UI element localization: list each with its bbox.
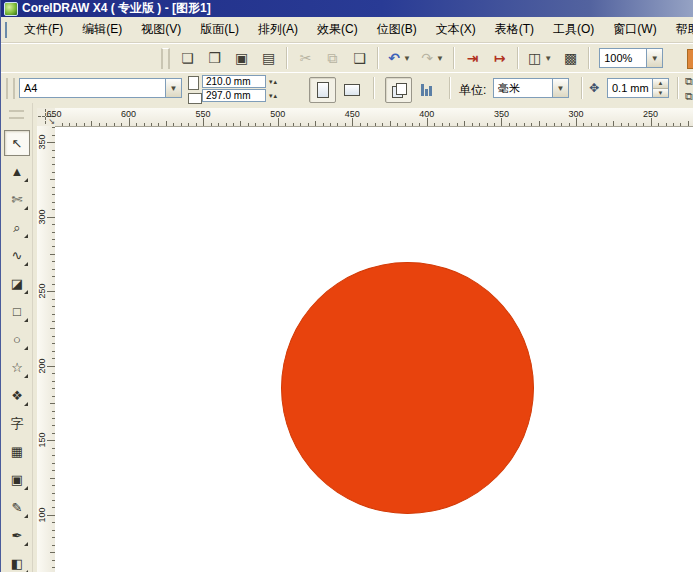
menu-item[interactable]: 编辑(E) [77,17,127,42]
dropdown-arrow-icon[interactable]: ▼ [403,54,411,63]
title-bar[interactable]: CorelDRAW X4 ( 专业版 ) - [图形1] [1,0,693,17]
save-icon[interactable]: ▣ ▼ [229,46,254,70]
partial-toolbar-button[interactable] [687,49,693,69]
height-spinner[interactable]: ▾▴ [269,92,278,100]
zoom-level-combo[interactable]: 100% ▼ [599,48,663,68]
ruler-tick [628,123,629,126]
document-window-icon[interactable] [5,22,7,38]
dropdown-arrow-icon[interactable]: ▼ [436,54,444,63]
shape-tool[interactable]: ▲ [4,158,30,184]
horizontal-ruler[interactable]: 650600550500450400350300250 [55,108,693,127]
paper-width-field[interactable]: 210.0 mm [202,75,266,88]
app-launcher-icon[interactable]: ◫ ▼ [524,46,556,70]
toolbox: ↖ ▲ ✄ ⌕ ∿ [1,103,33,572]
ruler-tick [606,123,607,126]
interactive-blend-tool[interactable]: ▣ [4,466,30,492]
vertical-ruler[interactable]: 350300250200150100 [37,126,56,572]
pick-tool[interactable]: ↖ [4,130,30,156]
ruler-tick [583,123,584,126]
chevron-down-icon[interactable]: ▼ [646,49,662,67]
nudge-spinner[interactable]: ▲▼ [652,79,668,97]
menu-item[interactable]: 版面(L) [195,17,244,42]
toolbox-grip[interactable] [9,110,24,119]
paper-size-combo[interactable]: A4 ▼ [19,78,182,98]
separator: ▼ [517,47,519,69]
ruler-tick [99,123,100,126]
menu-item[interactable]: 位图(B) [372,17,422,42]
ruler-tick [554,123,555,126]
dropdown-arrow-icon[interactable]: ▼ [544,54,552,63]
menu-item[interactable]: 帮助(H) [671,17,693,42]
menu-item[interactable]: 工具(O) [548,17,599,42]
ruler-label: 250 [643,109,658,119]
outline-pen-tool[interactable]: ✒ [4,522,30,548]
coreldraw-window: CorelDRAW X4 ( 专业版 ) - [图形1] 文件(F) 编辑(E)… [0,0,693,572]
welcome-screen-icon[interactable]: ▩ ▼ [558,46,583,70]
menu-item[interactable]: 视图(V) [136,17,186,42]
ruler-tick [203,118,204,126]
undo-icon[interactable]: ↶ ▼ [384,46,415,70]
nudge-offset-field[interactable]: 0.1 mm ▲▼ [607,78,669,98]
text-tool[interactable]: 字 [4,410,30,436]
redo-icon[interactable]: ↷ ▼ [417,46,448,70]
property-bar-grip[interactable] [6,78,15,99]
menu-item[interactable]: 排列(A) [253,17,303,42]
zoom-tool[interactable]: ⌕ [4,214,30,240]
ruler-tick [84,123,85,126]
paper-height-field[interactable]: 297.0 mm [202,89,266,102]
menu-item[interactable]: 文本(X) [431,17,481,42]
paste-icon[interactable]: ❑ ▼ [347,46,372,70]
drawing-canvas[interactable] [55,126,693,572]
import-icon[interactable]: ⇥ ▼ [460,46,485,70]
ruler-label: 400 [419,109,434,119]
paper-size-value: A4 [20,82,165,94]
ruler-tick [114,123,115,126]
width-spinner[interactable]: ▾▴ [269,78,278,86]
open-icon[interactable]: ❒ ▼ [202,46,227,70]
ellipse-tool[interactable]: ○ [4,326,30,352]
export-icon[interactable]: ↦ ▼ [487,46,512,70]
ruler-tick [293,123,294,126]
ruler-tick [218,123,219,126]
portrait-button[interactable] [309,77,336,103]
copy-icon[interactable]: ⧉ ▼ [320,46,345,70]
ruler-tick [173,123,174,126]
ellipse-shape[interactable] [281,262,534,514]
ruler-tick [434,123,435,126]
chevron-down-icon[interactable]: ▼ [552,79,568,97]
crop-tool[interactable]: ✄ [4,186,30,212]
new-document-icon[interactable]: ❏ ▼ [175,46,200,70]
basic-shapes-tool[interactable]: ❖ [4,382,30,408]
partial-propbar-buttons[interactable]: ⧉⧉ [685,75,693,103]
fill-tool[interactable]: ◧ [4,550,30,572]
ruler-tick [651,118,652,126]
portrait-icon [317,82,329,98]
menu-item[interactable]: 表格(T) [490,17,539,42]
print-icon[interactable]: ▤ ▼ [256,46,281,70]
menu-item[interactable]: 效果(C) [312,17,363,42]
table-tool[interactable]: ▦ [4,438,30,464]
smart-fill-tool[interactable]: ◪ [4,270,30,296]
chevron-down-icon[interactable]: ▼ [165,79,181,97]
ruler-tick [315,121,316,126]
ruler-tick [188,123,189,126]
ruler-tick [308,123,309,126]
menu-item[interactable]: 文件(F) [19,17,68,42]
freehand-tool[interactable]: ∿ [4,242,30,268]
property-bar: A4 ▼ 210.0 mm ▾▴ 297.0 mm ▾▴ [1,72,693,103]
units-combo[interactable]: 毫米 ▼ [493,78,569,98]
cut-icon[interactable]: ✂ ▼ [293,46,318,70]
all-pages-button[interactable] [385,77,412,103]
landscape-icon [344,84,360,96]
current-page-button[interactable] [413,77,440,103]
menu-item[interactable]: 窗口(W) [608,17,661,42]
rectangle-tool[interactable]: □ [4,298,30,324]
ruler-tick [405,123,406,126]
toolbar-grip[interactable] [161,48,170,69]
ruler-tick [427,118,428,126]
landscape-button[interactable] [338,77,365,103]
ruler-tick [226,123,227,126]
eyedropper-tool[interactable]: ✎ [4,494,30,520]
polygon-tool[interactable]: ☆ [4,354,30,380]
ruler-tick [472,123,473,126]
